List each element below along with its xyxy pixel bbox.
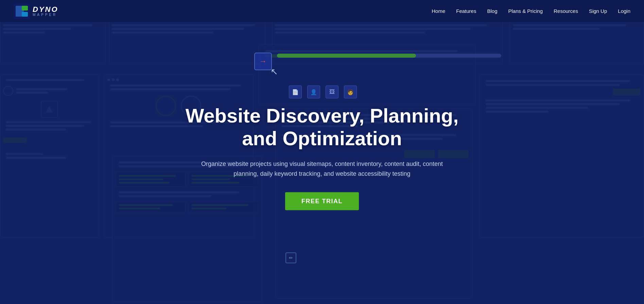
redirect-box: → [254,53,272,70]
cursor-icon: ↖ [271,66,278,77]
nav-item-plans[interactable]: Plans & Pricing [508,8,543,14]
nav-link-home[interactable]: Home [432,8,445,14]
navigation: DYNO MAPPER Home Features Blog Plans & P… [0,0,644,22]
nav-link-features[interactable]: Features [456,8,476,14]
free-trial-button[interactable]: FREE TRIAL [285,192,359,210]
icon-box-doc: 📄 [289,86,302,98]
icon-box-image: 🖼 [326,86,338,98]
nav-links: Home Features Blog Plans & Pricing Resou… [432,8,630,14]
nav-link-login[interactable]: Login [618,8,630,14]
nav-item-resources[interactable]: Resources [554,8,578,14]
logo-text: DYNO MAPPER [33,6,58,17]
nav-item-features[interactable]: Features [456,8,476,14]
icon-box-person: 🧑 [344,86,357,98]
logo-icon [14,3,30,19]
hero-subtitle: Organize website projects using visual s… [190,159,455,179]
nav-link-signup[interactable]: Sign Up [589,8,607,14]
logo-mapper-text: MAPPER [33,13,58,17]
icon-row: 📄 👤 🖼 🧑 [289,86,357,98]
logo-dyno-text: DYNO [33,6,58,13]
nav-link-plans[interactable]: Plans & Pricing [508,8,543,14]
nav-link-blog[interactable]: Blog [487,8,497,14]
nav-item-login[interactable]: Login [618,8,630,14]
logo[interactable]: DYNO MAPPER [14,3,58,19]
hero-content: Website Discovery, Planning, and Optimiz… [169,104,475,210]
icon-box-user: 👤 [307,86,320,98]
nav-link-resources[interactable]: Resources [554,8,578,14]
hero-title: Website Discovery, Planning, and Optimiz… [169,104,475,150]
svg-rect-3 [22,6,28,11]
redirect-arrow-icon: → [259,57,267,66]
edit-icon: ✏ [285,252,296,263]
svg-rect-4 [22,12,28,17]
nav-item-blog[interactable]: Blog [487,8,497,14]
progress-fill [277,54,416,58]
nav-item-home[interactable]: Home [432,8,445,14]
progress-area [277,54,501,61]
progress-track [277,54,501,58]
nav-item-signup[interactable]: Sign Up [589,8,607,14]
